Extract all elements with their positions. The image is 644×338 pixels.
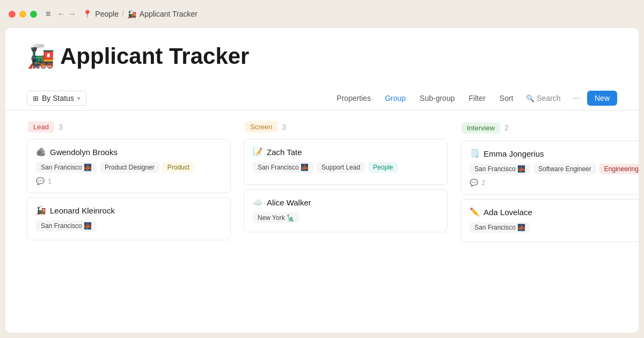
- cards-list-lead: 🪨 Gwendolyn Brooks San Francisco 🌉 Produ…: [27, 139, 231, 240]
- titlebar: ≡ ← → 📍 People / 🚂 Applicant Tracker: [0, 0, 644, 28]
- tag-dept-product: Product: [163, 162, 194, 173]
- maximize-button[interactable]: [30, 11, 37, 18]
- column-header-screen: Screen 3: [244, 121, 448, 133]
- breadcrumb: 📍 People / 🚂 Applicant Tracker: [83, 10, 197, 18]
- card-icon-leonard: 🚂: [36, 205, 46, 215]
- card-footer-emma: 💬 2: [470, 179, 639, 187]
- card-tags-emma: San Francisco 🌉 Software Engineer Engine…: [470, 164, 639, 174]
- search-icon: 🔍: [526, 94, 535, 102]
- page-title: 🚂 Applicant Tracker: [27, 43, 617, 69]
- card-zach[interactable]: 📝 Zach Tate San Francisco 🌉 Support Lead…: [244, 139, 448, 185]
- card-icon-emma: 🗒️: [470, 149, 480, 158]
- card-name-leonard: Leonard Kleinrock: [50, 206, 115, 215]
- card-title-alice: ☁️ Alice Walker: [253, 197, 438, 207]
- card-tags-alice: New York 🗽: [253, 212, 438, 223]
- status-badge-screen: Screen: [245, 121, 277, 133]
- comment-icon-emma: 💬: [470, 179, 478, 187]
- tag-location-ada: San Francisco 🌉: [470, 222, 530, 233]
- forward-button[interactable]: →: [68, 9, 76, 19]
- tag-role-designer: Product Designer: [100, 162, 159, 173]
- column-header-interview: Interview 2 ··· +: [460, 121, 639, 134]
- breadcrumb-people-label[interactable]: People: [95, 10, 119, 18]
- subgroup-button[interactable]: Sub-group: [414, 91, 460, 105]
- card-tags-leonard: San Francisco 🌉: [36, 221, 222, 231]
- column-actions-interview: ··· +: [635, 121, 639, 134]
- tag-role-emma: Software Engineer: [533, 164, 596, 174]
- comment-count: 1: [48, 177, 52, 185]
- card-footer-gwendolyn: 💬 1: [36, 177, 222, 185]
- by-status-label: By Status: [42, 94, 74, 102]
- group-button[interactable]: Group: [379, 91, 411, 105]
- column-screen: Screen 3 📝 Zach Tate San Francisco 🌉 Sup…: [244, 121, 448, 322]
- tag-role-zach: Support Lead: [317, 162, 365, 173]
- column-count-screen: 3: [282, 123, 286, 131]
- tag-location-alice: New York 🗽: [253, 212, 299, 223]
- tag-location-leonard: San Francisco 🌉: [36, 221, 97, 231]
- column-interview: Interview 2 ··· + 🗒️ Emma Jongerius: [460, 121, 639, 322]
- card-title-gwendolyn: 🪨 Gwendolyn Brooks: [36, 147, 222, 157]
- chevron-down-icon: ▾: [77, 95, 80, 102]
- comment-icon: 💬: [36, 177, 45, 185]
- column-count-lead: 3: [58, 123, 63, 131]
- new-button[interactable]: New: [587, 91, 617, 106]
- page-title-icon: 🚂: [27, 43, 55, 69]
- card-alice[interactable]: ☁️ Alice Walker New York 🗽: [244, 189, 448, 232]
- toolbar-left: ⊞ By Status ▾: [27, 91, 331, 106]
- card-icon-ada: ✏️: [470, 207, 480, 217]
- app-window: ≡ ← → 📍 People / 🚂 Applicant Tracker 🚂 A…: [0, 0, 644, 338]
- card-title-emma: 🗒️ Emma Jongerius: [470, 149, 639, 158]
- card-title-zach: 📝 Zach Tate: [253, 147, 438, 157]
- card-name-zach: Zach Tate: [267, 148, 302, 157]
- breadcrumb-app-label[interactable]: Applicant Tracker: [140, 10, 197, 18]
- column-lead: Lead 3 🪨 Gwendolyn Brooks San Francisco …: [27, 121, 231, 322]
- menu-icon[interactable]: ≡: [46, 9, 50, 19]
- status-badge-interview: Interview: [462, 122, 500, 134]
- back-button[interactable]: ←: [57, 9, 65, 19]
- page-header: 🚂 Applicant Tracker: [5, 28, 639, 86]
- card-icon-gwendolyn: 🪨: [36, 147, 46, 157]
- sort-button[interactable]: Sort: [494, 91, 519, 105]
- card-name-emma: Emma Jongerius: [484, 149, 544, 158]
- column-header-lead: Lead 3: [27, 121, 231, 133]
- card-ada[interactable]: ✏️ Ada Lovelace San Francisco 🌉: [460, 199, 639, 242]
- card-tags-gwendolyn: San Francisco 🌉 Product Designer Product: [36, 162, 222, 173]
- tag-location-emma: San Francisco 🌉: [470, 164, 530, 174]
- tag-location-sf: San Francisco 🌉: [36, 162, 97, 173]
- tag-location-zach: San Francisco 🌉: [253, 162, 313, 173]
- tag-dept-emma: Engineering: [599, 164, 639, 174]
- tag-dept-zach: People: [368, 162, 398, 173]
- properties-button[interactable]: Properties: [331, 91, 376, 105]
- column-more-button[interactable]: ···: [635, 121, 639, 134]
- card-emma[interactable]: 🗒️ Emma Jongerius San Francisco 🌉 Softwa…: [460, 141, 639, 195]
- filter-button[interactable]: Filter: [463, 91, 491, 105]
- card-name-ada: Ada Lovelace: [484, 208, 532, 217]
- status-badge-lead: Lead: [28, 121, 54, 133]
- toolbar-right: Properties Group Sub-group Filter Sort 🔍…: [331, 91, 617, 106]
- nav-arrows: ← →: [57, 9, 76, 19]
- card-gwendolyn[interactable]: 🪨 Gwendolyn Brooks San Francisco 🌉 Produ…: [27, 139, 231, 193]
- close-button[interactable]: [9, 11, 16, 18]
- cards-list-screen: 📝 Zach Tate San Francisco 🌉 Support Lead…: [244, 139, 448, 232]
- page-title-text: Applicant Tracker: [60, 43, 249, 69]
- traffic-lights: [9, 11, 37, 18]
- minimize-button[interactable]: [19, 11, 26, 18]
- breadcrumb-people-icon: 📍: [83, 10, 92, 18]
- card-tags-ada: San Francisco 🌉: [470, 222, 639, 233]
- card-tags-zach: San Francisco 🌉 Support Lead People: [253, 162, 438, 173]
- board-icon: ⊞: [33, 94, 39, 102]
- breadcrumb-app-icon: 🚂: [127, 10, 136, 18]
- card-icon-zach: 📝: [253, 147, 263, 157]
- comment-count-emma: 2: [481, 179, 485, 187]
- card-icon-alice: ☁️: [253, 197, 263, 207]
- more-options-button[interactable]: ···: [568, 91, 584, 105]
- cards-list-interview: 🗒️ Emma Jongerius San Francisco 🌉 Softwa…: [460, 141, 639, 242]
- card-name-gwendolyn: Gwendolyn Brooks: [50, 148, 118, 157]
- breadcrumb-separator: /: [122, 10, 124, 18]
- card-leonard[interactable]: 🚂 Leonard Kleinrock San Francisco 🌉: [27, 197, 231, 240]
- card-title-ada: ✏️ Ada Lovelace: [470, 207, 639, 217]
- toolbar: ⊞ By Status ▾ Properties Group Sub-group…: [5, 86, 639, 111]
- by-status-button[interactable]: ⊞ By Status ▾: [27, 91, 86, 106]
- search-label: Search: [537, 94, 560, 102]
- search-button[interactable]: 🔍 Search: [522, 91, 565, 105]
- kanban-board: Lead 3 🪨 Gwendolyn Brooks San Francisco …: [5, 111, 639, 333]
